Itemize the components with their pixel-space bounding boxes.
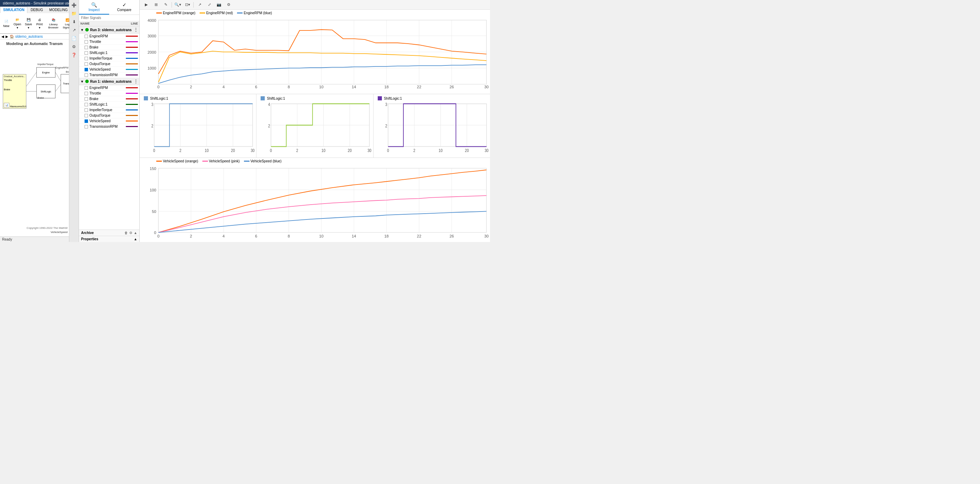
tab-debug[interactable]: DEBUG [27,6,46,13]
svg-text:26: 26 [449,234,454,238]
list-item[interactable]: ImpellerTorque [79,56,139,61]
toolbar-share-btn[interactable]: ↗ [70,26,78,34]
list-item[interactable]: OutputTorque [79,61,139,67]
signal-check[interactable] [84,51,88,55]
svg-text:2: 2 [190,85,192,89]
archive-section[interactable]: Archive 🗑 ⚙ ▲ [79,230,139,236]
cursor-btn[interactable]: ↗ [196,1,204,9]
settings-btn[interactable]: ⚙ [225,1,232,9]
print-button[interactable]: 🖨 Print ▾ [35,16,45,30]
signal-check[interactable] [84,125,88,129]
signal-check[interactable] [84,35,88,38]
shift-logic-5-svg: 3 2 0 2 10 20 30 [375,101,488,154]
signal-check-checked[interactable] [84,68,88,71]
properties-expand-icon[interactable]: ▲ [134,237,137,241]
signal-line-color [126,109,138,110]
list-item[interactable]: VehicleSpeed [79,118,139,124]
signal-check[interactable] [84,62,88,66]
signal-line-color [126,104,138,105]
signal-check-checked[interactable] [84,119,88,123]
shift-logic-5-chart: ShiftLogic:1 3 2 0 [374,94,490,157]
list-item[interactable]: VehicleSpeed [79,67,139,72]
play-btn[interactable]: ▶ [142,1,150,9]
edit-btn[interactable]: ✎ [162,1,169,9]
list-item[interactable]: Throttle [79,39,139,44]
svg-text:0: 0 [154,230,156,235]
compare-icon: ✓ [111,2,138,8]
svg-text:2: 2 [268,124,270,128]
signal-check[interactable] [84,73,88,77]
signal-check[interactable] [84,103,88,106]
list-item[interactable]: Brake [79,44,139,50]
toolbar-doc-btn[interactable]: 📄 [70,35,78,42]
new-button[interactable]: 📄 New [2,17,11,29]
shift-logic-3-svg: 3 2 0 2 10 20 30 [141,101,255,154]
signal-line-color [126,41,138,42]
list-item[interactable]: ImpellerTorque [79,107,139,113]
signal-check[interactable] [84,97,88,101]
run-1-header[interactable]: ▼ Run 1: sldemo_autotrans ⋮ [79,78,139,85]
signal-line-color [126,69,138,70]
signal-check[interactable] [84,92,88,95]
list-item[interactable]: EngineRPM [79,33,139,39]
tab-inspect[interactable]: 🔍 Inspect [79,0,109,14]
svg-text:3: 3 [151,102,154,106]
svg-text:4: 4 [223,85,224,89]
toolbar-gear-btn[interactable]: ⚙ [70,43,78,51]
fullscreen-btn[interactable]: ⤢ [205,1,213,9]
zoom-dropdown-btn[interactable]: 🔍▾ [174,1,181,9]
list-item[interactable]: Throttle [79,91,139,96]
run-1-dot [85,79,89,83]
svg-text:2: 2 [414,148,415,153]
signal-line-color [126,126,138,127]
signal-check[interactable] [84,46,88,49]
screenshot-btn[interactable]: 📷 [215,1,223,9]
tab-modeling[interactable]: MODELING [46,6,71,13]
engine-rpm-chart: EngineRPM (orange) EngineRPM (red) Engin… [140,10,490,94]
list-item[interactable]: TransmissionRPM [79,124,139,130]
svg-text:2: 2 [151,124,154,128]
tab-compare[interactable]: ✓ Compare [109,0,139,14]
signal-line-color [126,87,138,88]
toolbar-folder-btn[interactable]: 📁 [70,10,78,17]
list-item[interactable]: EngineRPM [79,85,139,91]
view-btn[interactable]: ⊡▾ [184,1,191,9]
tab-simulation[interactable]: SIMULATION [0,6,27,13]
run-1-more[interactable]: ⋮ [134,79,138,84]
sep1 [172,2,172,8]
signal-line-color [126,47,138,48]
signal-line-color [126,121,138,122]
toolbar-download-btn[interactable]: ⬇ [70,18,78,25]
save-icon: 💾 [25,17,31,22]
run-3-more[interactable]: ⋮ [134,27,138,32]
signal-check[interactable] [84,40,88,44]
save-button[interactable]: 💾 Save ▾ [24,16,33,30]
signal-list: ▼ Run 3: sldemo_autotrans ⋮ EngineRPM Th… [79,26,139,230]
breadcrumb-model[interactable]: sldemo_autotrans [15,35,43,38]
list-item[interactable]: Brake [79,96,139,102]
run-3-header[interactable]: ▼ Run 3: sldemo_autotrans ⋮ [79,26,139,33]
inspect-icon: 🔍 [80,2,108,8]
list-item[interactable]: ShiftLogic:1 [79,50,139,56]
list-item[interactable]: ShiftLogic:1 [79,102,139,107]
svg-text:0: 0 [153,148,155,153]
signal-check[interactable] [84,108,88,112]
svg-text:3: 3 [385,102,387,106]
library-browser-button[interactable]: 📚 Library Browser [49,16,58,30]
toolbar-add-btn[interactable]: ➕ [70,2,78,9]
run-1-label: Run 1: sldemo_autotrans [90,79,132,83]
grid-btn[interactable]: ⊞ [152,1,160,9]
archive-settings-icon[interactable]: ⚙ [129,231,132,235]
open-button[interactable]: 📂 Open ▾ [13,16,22,30]
list-item[interactable]: TransmissionRPM [79,72,139,78]
signal-check[interactable] [84,114,88,117]
archive-delete-icon[interactable]: 🗑 [124,231,128,235]
charts-area: EngineRPM (orange) EngineRPM (red) Engin… [140,10,490,242]
list-item[interactable]: OutputTorque [79,113,139,118]
properties-section[interactable]: Properties ▲ [79,236,139,242]
toolbar-help-btn[interactable]: ❓ [70,51,78,59]
archive-expand-icon[interactable]: ▲ [134,231,137,235]
signal-check[interactable] [84,86,88,90]
svg-text:10: 10 [438,148,442,153]
signal-check[interactable] [84,57,88,60]
